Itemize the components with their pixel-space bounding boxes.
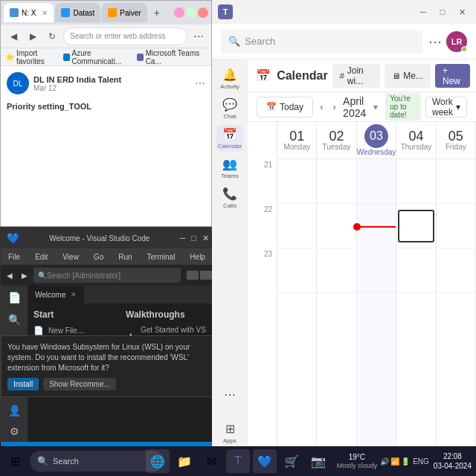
vscode-close[interactable]: ✕: [202, 234, 209, 243]
taskbar-explorer[interactable]: 📁: [173, 449, 196, 473]
toolbar-back[interactable]: ◀: [4, 270, 16, 281]
nav-chat[interactable]: 💬 Chat: [216, 95, 243, 122]
layout-icon-2[interactable]: [200, 271, 212, 280]
slot-thu-1[interactable]: [396, 159, 435, 204]
me-button[interactable]: 🖥 Me...: [385, 64, 431, 88]
browser-menu-button[interactable]: ⋯: [190, 28, 207, 45]
today-button[interactable]: 📅 Today: [257, 97, 313, 118]
nav-teams[interactable]: 👥 Teams: [216, 155, 243, 181]
teams-maximize[interactable]: □: [434, 4, 451, 20]
sidebar-search[interactable]: 🔍: [4, 311, 25, 329]
avatar[interactable]: LR: [446, 31, 467, 52]
taskbar-mail[interactable]: ✉: [199, 449, 223, 473]
calendar-event[interactable]: [398, 210, 434, 242]
teams-search-bar[interactable]: 🔍 Search: [221, 30, 422, 54]
favorites-teams[interactable]: Microsoft Teams Ca...: [137, 49, 207, 65]
network-icon[interactable]: 📶: [390, 457, 399, 466]
day-header-tue[interactable]: 02 Tuesday: [317, 122, 356, 158]
teams-minimize[interactable]: ─: [415, 4, 431, 20]
taskbar-teams[interactable]: T: [226, 449, 250, 473]
menu-go[interactable]: Go: [89, 251, 108, 263]
slot-fri-2[interactable]: [437, 204, 475, 248]
taskbar-browser[interactable]: 🌐: [146, 449, 170, 473]
address-bar[interactable]: Search or enter web address: [63, 28, 187, 45]
menu-terminal[interactable]: Terminal: [143, 251, 180, 263]
nav-calls[interactable]: 📞 Calls: [216, 184, 243, 211]
view-selector[interactable]: Work week ▾: [425, 97, 467, 118]
nav-activity[interactable]: 🔔 Activity: [216, 65, 243, 92]
welcome-tab[interactable]: Welcome ✕: [28, 286, 85, 303]
vscode-maximize[interactable]: □: [191, 234, 196, 242]
wsl-show-button[interactable]: Show Recomme...: [43, 378, 116, 390]
month-label[interactable]: April 2024: [343, 95, 366, 119]
new-tab-button[interactable]: +: [149, 4, 165, 21]
slot-fri-1[interactable]: [437, 159, 475, 204]
minimize-button[interactable]: [174, 7, 184, 18]
nav-calendar[interactable]: 📅 Calendar: [216, 125, 243, 152]
menu-view[interactable]: View: [58, 251, 83, 263]
favorites-import[interactable]: ⭐ Import favorites: [5, 49, 59, 65]
nav-apps[interactable]: ⊞ Apps: [216, 419, 243, 446]
tab-close-icon[interactable]: ✕: [42, 9, 48, 17]
new-event-button[interactable]: + New: [435, 64, 470, 88]
wsl-install-button[interactable]: Install: [7, 378, 39, 390]
menu-help[interactable]: Help: [185, 251, 210, 263]
day-header-fri[interactable]: 05 Friday: [437, 122, 476, 158]
slot-tue-3[interactable]: [317, 248, 356, 293]
back-button[interactable]: ◀: [5, 28, 22, 45]
sidebar-settings[interactable]: ⚙: [4, 421, 25, 442]
prev-week-button[interactable]: ‹: [318, 98, 326, 116]
vscode-minimize[interactable]: ─: [180, 234, 186, 242]
more-icon[interactable]: ⋯: [195, 77, 205, 89]
favorites-azure[interactable]: Azure Communicati...: [63, 49, 132, 65]
forward-button[interactable]: ▶: [25, 28, 41, 45]
taskbar-vscode[interactable]: 💙: [253, 449, 277, 473]
slot-thu-3[interactable]: [396, 248, 435, 293]
menu-run[interactable]: Run: [114, 251, 136, 263]
next-week-button[interactable]: ›: [330, 98, 338, 116]
tab-close-icon[interactable]: ✕: [71, 291, 77, 298]
browser-tab-active[interactable]: N: X ✕: [4, 3, 54, 22]
slot-wed-3[interactable]: [357, 248, 396, 293]
teams-close[interactable]: ✕: [454, 4, 470, 20]
clock[interactable]: 22:08 03-04-2024: [434, 451, 472, 471]
slot-mon-1[interactable]: [277, 159, 316, 204]
slot-fri-3[interactable]: [437, 248, 475, 293]
sidebar-profile[interactable]: 👤: [4, 400, 25, 421]
day-header-wed[interactable]: 03 Wednesday: [357, 122, 397, 158]
sidebar-explorer[interactable]: 📄: [4, 289, 25, 306]
join-meeting-button[interactable]: # Join wi...: [332, 64, 381, 88]
volume-icon[interactable]: 🔊: [380, 457, 389, 466]
weather-widget[interactable]: 19°C Mostly cloudy: [337, 452, 378, 471]
day-header-thu[interactable]: 04 Thursday: [396, 122, 436, 158]
nav-more[interactable]: ⋯: [216, 381, 243, 408]
vscode-search-bar[interactable]: 🔍 Search [Administrator]: [33, 268, 181, 283]
slot-mon-3[interactable]: [277, 248, 316, 293]
taskbar-store[interactable]: 🛒: [280, 449, 303, 473]
taskbar-camera[interactable]: 📷: [306, 449, 330, 473]
menu-edit[interactable]: Edit: [30, 251, 52, 263]
slot-wed-1[interactable]: [357, 159, 396, 204]
start-button[interactable]: ⊞: [3, 449, 27, 473]
slot-tue-2[interactable]: [317, 204, 356, 248]
new-file-item[interactable]: 📄 New File...: [33, 326, 117, 335]
browser-tab-3[interactable]: Paiver: [102, 3, 147, 22]
menu-file[interactable]: File: [4, 251, 25, 263]
close-button[interactable]: [198, 7, 208, 18]
maximize-button[interactable]: [186, 7, 196, 18]
favorites-bar: ⭐ Import favorites Azure Communicati... …: [1, 48, 211, 66]
slot-wed-2[interactable]: [357, 204, 396, 248]
new-file-icon: 📄: [33, 326, 44, 335]
dropdown-arrow-icon[interactable]: ▾: [373, 102, 378, 112]
day-header-mon[interactable]: 01 Monday: [277, 122, 317, 158]
slot-mon-2[interactable]: [277, 204, 316, 248]
battery-icon[interactable]: 🔋: [401, 457, 410, 466]
slot-tue-1[interactable]: [317, 159, 356, 204]
toolbar-forward[interactable]: ▶: [19, 270, 30, 281]
taskbar-search[interactable]: 🔍 Search: [30, 451, 164, 472]
layout-icon-1[interactable]: [187, 271, 199, 280]
settings-icon[interactable]: ⋯: [428, 33, 442, 50]
vscode-title-left: 💙: [7, 232, 19, 244]
refresh-button[interactable]: ↻: [44, 28, 60, 45]
browser-tab-2[interactable]: Datast: [55, 3, 100, 22]
